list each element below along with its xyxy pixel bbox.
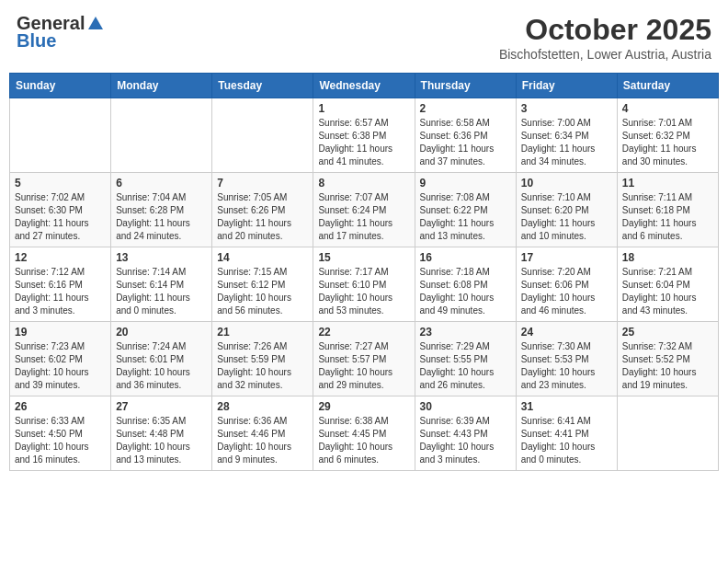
- calendar-week-row: 26Sunrise: 6:33 AMSunset: 4:50 PMDayligh…: [10, 396, 719, 471]
- day-info: Sunrise: 7:23 AMSunset: 6:02 PMDaylight:…: [15, 340, 106, 392]
- calendar-day-cell: [617, 396, 718, 471]
- calendar-day-cell: 13Sunrise: 7:14 AMSunset: 6:14 PMDayligh…: [111, 247, 212, 322]
- day-number: 1: [318, 102, 409, 115]
- calendar-table: SundayMondayTuesdayWednesdayThursdayFrid…: [9, 73, 719, 471]
- calendar-day-cell: 16Sunrise: 7:18 AMSunset: 6:08 PMDayligh…: [415, 247, 516, 322]
- logo: General Blue: [17, 13, 105, 52]
- day-info: Sunrise: 7:04 AMSunset: 6:28 PMDaylight:…: [116, 191, 207, 243]
- calendar-day-cell: 11Sunrise: 7:11 AMSunset: 6:18 PMDayligh…: [617, 173, 718, 247]
- day-info: Sunrise: 7:07 AMSunset: 6:24 PMDaylight:…: [318, 191, 409, 243]
- calendar-day-cell: 8Sunrise: 7:07 AMSunset: 6:24 PMDaylight…: [313, 173, 415, 247]
- day-number: 6: [116, 177, 207, 190]
- day-number: 8: [318, 177, 409, 190]
- day-number: 19: [15, 326, 106, 339]
- day-info: Sunrise: 7:30 AMSunset: 5:53 PMDaylight:…: [521, 340, 612, 392]
- day-info: Sunrise: 7:08 AMSunset: 6:22 PMDaylight:…: [420, 191, 511, 243]
- calendar-week-row: 12Sunrise: 7:12 AMSunset: 6:16 PMDayligh…: [10, 247, 719, 322]
- day-info: Sunrise: 7:20 AMSunset: 6:06 PMDaylight:…: [521, 266, 612, 317]
- day-info: Sunrise: 7:27 AMSunset: 5:57 PMDaylight:…: [318, 340, 409, 392]
- day-number: 27: [116, 400, 207, 413]
- day-info: Sunrise: 7:05 AMSunset: 6:26 PMDaylight:…: [217, 191, 308, 243]
- day-number: 20: [116, 326, 207, 339]
- day-number: 13: [116, 251, 207, 264]
- calendar-day-cell: 2Sunrise: 6:58 AMSunset: 6:36 PMDaylight…: [415, 98, 516, 173]
- day-number: 10: [521, 177, 612, 190]
- day-info: Sunrise: 7:26 AMSunset: 5:59 PMDaylight:…: [217, 340, 308, 392]
- calendar-week-row: 5Sunrise: 7:02 AMSunset: 6:30 PMDaylight…: [10, 173, 719, 247]
- calendar-day-cell: 19Sunrise: 7:23 AMSunset: 6:02 PMDayligh…: [10, 322, 111, 396]
- calendar-day-cell: 10Sunrise: 7:10 AMSunset: 6:20 PMDayligh…: [516, 173, 617, 247]
- day-number: 17: [521, 251, 612, 264]
- day-number: 26: [15, 400, 106, 413]
- calendar-day-cell: [10, 98, 111, 173]
- calendar-week-row: 1Sunrise: 6:57 AMSunset: 6:38 PMDaylight…: [10, 98, 719, 173]
- day-info: Sunrise: 7:12 AMSunset: 6:16 PMDaylight:…: [15, 266, 106, 317]
- calendar-day-cell: 9Sunrise: 7:08 AMSunset: 6:22 PMDaylight…: [415, 173, 516, 247]
- calendar-day-cell: 31Sunrise: 6:41 AMSunset: 4:41 PMDayligh…: [516, 396, 617, 471]
- day-info: Sunrise: 7:10 AMSunset: 6:20 PMDaylight:…: [521, 191, 612, 243]
- day-info: Sunrise: 7:14 AMSunset: 6:14 PMDaylight:…: [116, 266, 207, 317]
- calendar-day-cell: 14Sunrise: 7:15 AMSunset: 6:12 PMDayligh…: [212, 247, 313, 322]
- calendar-week-row: 19Sunrise: 7:23 AMSunset: 6:02 PMDayligh…: [10, 322, 719, 396]
- day-number: 15: [318, 251, 409, 264]
- day-number: 11: [622, 177, 713, 190]
- calendar-day-cell: 23Sunrise: 7:29 AMSunset: 5:55 PMDayligh…: [415, 322, 516, 396]
- day-info: Sunrise: 7:21 AMSunset: 6:04 PMDaylight:…: [622, 266, 713, 317]
- calendar-day-cell: 28Sunrise: 6:36 AMSunset: 4:46 PMDayligh…: [212, 396, 313, 471]
- day-number: 22: [318, 326, 409, 339]
- day-info: Sunrise: 6:38 AMSunset: 4:45 PMDaylight:…: [318, 415, 409, 466]
- day-info: Sunrise: 7:24 AMSunset: 6:01 PMDaylight:…: [116, 340, 207, 392]
- calendar-day-cell: 4Sunrise: 7:01 AMSunset: 6:32 PMDaylight…: [617, 98, 718, 173]
- svg-marker-0: [88, 17, 103, 29]
- day-info: Sunrise: 7:29 AMSunset: 5:55 PMDaylight:…: [420, 340, 511, 392]
- day-number: 23: [420, 326, 511, 339]
- day-number: 16: [420, 251, 511, 264]
- weekday-header-sunday: Sunday: [10, 74, 111, 98]
- weekday-header-row: SundayMondayTuesdayWednesdayThursdayFrid…: [10, 74, 719, 98]
- day-number: 5: [15, 177, 106, 190]
- weekday-header-friday: Friday: [516, 74, 617, 98]
- day-info: Sunrise: 7:11 AMSunset: 6:18 PMDaylight:…: [622, 191, 713, 243]
- calendar-day-cell: 24Sunrise: 7:30 AMSunset: 5:53 PMDayligh…: [516, 322, 617, 396]
- day-number: 14: [217, 251, 308, 264]
- day-info: Sunrise: 7:32 AMSunset: 5:52 PMDaylight:…: [622, 340, 713, 392]
- calendar-day-cell: 21Sunrise: 7:26 AMSunset: 5:59 PMDayligh…: [212, 322, 313, 396]
- weekday-header-saturday: Saturday: [617, 74, 718, 98]
- logo-icon: [86, 15, 105, 33]
- day-number: 21: [217, 326, 308, 339]
- day-number: 30: [420, 400, 511, 413]
- calendar-day-cell: 3Sunrise: 7:00 AMSunset: 6:34 PMDaylight…: [516, 98, 617, 173]
- day-number: 29: [318, 400, 409, 413]
- day-info: Sunrise: 6:36 AMSunset: 4:46 PMDaylight:…: [217, 415, 308, 466]
- calendar-day-cell: 18Sunrise: 7:21 AMSunset: 6:04 PMDayligh…: [617, 247, 718, 322]
- day-number: 12: [15, 251, 106, 264]
- calendar-day-cell: 26Sunrise: 6:33 AMSunset: 4:50 PMDayligh…: [10, 396, 111, 471]
- day-number: 18: [622, 251, 713, 264]
- calendar-day-cell: 7Sunrise: 7:05 AMSunset: 6:26 PMDaylight…: [212, 173, 313, 247]
- day-info: Sunrise: 6:35 AMSunset: 4:48 PMDaylight:…: [116, 415, 207, 466]
- calendar-day-cell: [111, 98, 212, 173]
- calendar-day-cell: 15Sunrise: 7:17 AMSunset: 6:10 PMDayligh…: [313, 247, 415, 322]
- day-info: Sunrise: 6:41 AMSunset: 4:41 PMDaylight:…: [521, 415, 612, 466]
- weekday-header-tuesday: Tuesday: [212, 74, 313, 98]
- day-info: Sunrise: 6:33 AMSunset: 4:50 PMDaylight:…: [15, 415, 106, 466]
- calendar-day-cell: 25Sunrise: 7:32 AMSunset: 5:52 PMDayligh…: [617, 322, 718, 396]
- logo-blue-text: Blue: [17, 30, 56, 52]
- weekday-header-wednesday: Wednesday: [313, 74, 415, 98]
- location-title: Bischofstetten, Lower Austria, Austria: [499, 47, 711, 62]
- day-number: 31: [521, 400, 612, 413]
- calendar-day-cell: 20Sunrise: 7:24 AMSunset: 6:01 PMDayligh…: [111, 322, 212, 396]
- day-info: Sunrise: 7:18 AMSunset: 6:08 PMDaylight:…: [420, 266, 511, 317]
- day-number: 28: [217, 400, 308, 413]
- calendar-day-cell: 17Sunrise: 7:20 AMSunset: 6:06 PMDayligh…: [516, 247, 617, 322]
- day-info: Sunrise: 7:00 AMSunset: 6:34 PMDaylight:…: [521, 117, 612, 168]
- calendar-day-cell: 27Sunrise: 6:35 AMSunset: 4:48 PMDayligh…: [111, 396, 212, 471]
- calendar-day-cell: 22Sunrise: 7:27 AMSunset: 5:57 PMDayligh…: [313, 322, 415, 396]
- title-area: October 2025 Bischofstetten, Lower Austr…: [499, 13, 711, 62]
- day-number: 4: [622, 102, 713, 115]
- day-info: Sunrise: 7:15 AMSunset: 6:12 PMDaylight:…: [217, 266, 308, 317]
- weekday-header-monday: Monday: [111, 74, 212, 98]
- page-header: General Blue October 2025 Bischofstetten…: [9, 9, 719, 65]
- calendar-day-cell: [212, 98, 313, 173]
- calendar-day-cell: 12Sunrise: 7:12 AMSunset: 6:16 PMDayligh…: [10, 247, 111, 322]
